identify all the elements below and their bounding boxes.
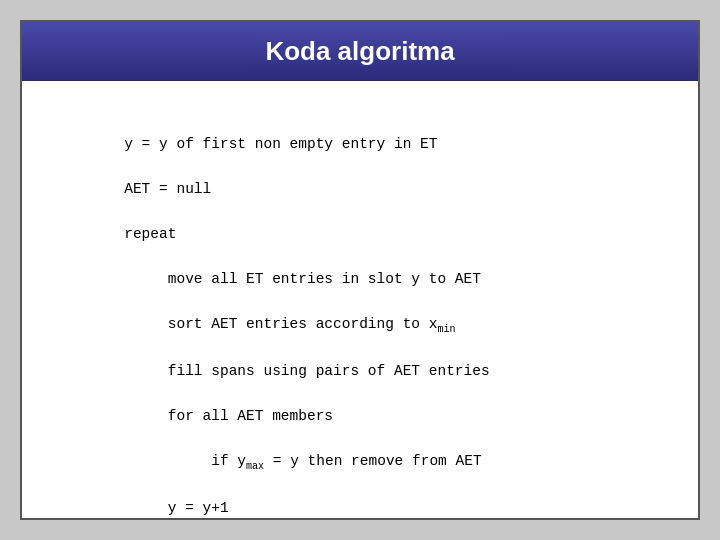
code-line-1: y = y of first non empty entry in ET bbox=[124, 136, 437, 152]
slide-container: Koda algoritma y = y of first non empty … bbox=[20, 20, 700, 520]
code-line-2: AET = null bbox=[124, 181, 211, 197]
code-line-7: for all AET members bbox=[124, 408, 333, 424]
code-line-8: if ymax = y then remove from AET bbox=[124, 453, 481, 469]
code-line-6: fill spans using pairs of AET entries bbox=[124, 363, 489, 379]
code-line-5: sort AET entries according to xmin bbox=[124, 316, 455, 332]
code-line-4: move all ET entries in slot y to AET bbox=[124, 271, 481, 287]
slide-content: y = y of first non empty entry in ET AET… bbox=[22, 81, 698, 520]
code-block: y = y of first non empty entry in ET AET… bbox=[72, 111, 524, 520]
code-line-9: y = y+1 bbox=[124, 500, 228, 516]
code-line-3: repeat bbox=[124, 226, 176, 242]
slide-title: Koda algoritma bbox=[22, 22, 698, 81]
